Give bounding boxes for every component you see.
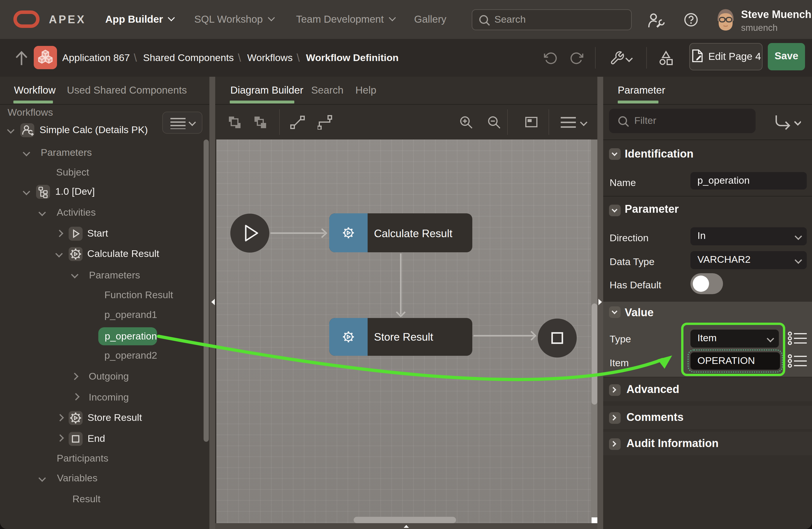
svg-text:Calculate Result: Calculate Result: [374, 227, 452, 239]
svg-text:Store Result: Store Result: [374, 331, 433, 343]
